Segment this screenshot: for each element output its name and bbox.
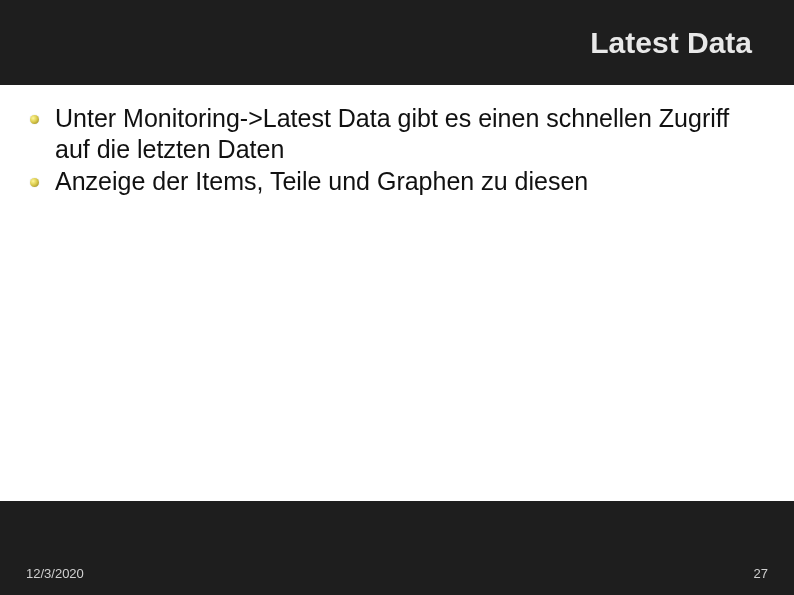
footer-page-number: 27 [754, 566, 768, 581]
slide-footer: 12/3/2020 27 [0, 501, 794, 595]
bullet-icon [30, 115, 39, 124]
slide-title: Latest Data [590, 26, 752, 60]
slide-header: Latest Data [0, 0, 794, 85]
footer-date: 12/3/2020 [26, 566, 84, 581]
list-item: Anzeige der Items, Teile und Graphen zu … [30, 166, 764, 197]
bullet-text: Unter Monitoring->Latest Data gibt es ei… [55, 103, 764, 164]
list-item: Unter Monitoring->Latest Data gibt es ei… [30, 103, 764, 164]
bullet-text: Anzeige der Items, Teile und Graphen zu … [55, 166, 588, 197]
bullet-icon [30, 178, 39, 187]
slide-content: Unter Monitoring->Latest Data gibt es ei… [0, 85, 794, 501]
